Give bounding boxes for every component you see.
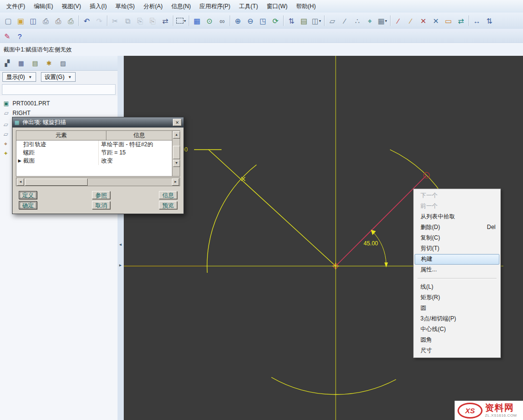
csys-icon[interactable]: ⌖ [2, 140, 9, 147]
dimension-button[interactable]: ↔ [471, 14, 483, 27]
menu-item-2[interactable]: 视图(V) [57, 1, 85, 12]
tree-columns-button[interactable]: ▦ [15, 57, 27, 69]
context-menu-item-13[interactable]: 中心线(C) [414, 324, 500, 335]
menu-item-5[interactable]: 分析(A) [139, 1, 167, 12]
context-menu-item-3[interactable]: 删除(D)Del [414, 222, 500, 233]
insert-here-icon[interactable]: ✦ [2, 150, 9, 157]
tree-filter-button[interactable]: ✱ [43, 57, 55, 69]
view-manager-caret-icon[interactable]: ▾ [319, 19, 321, 23]
tree-edit-button[interactable]: ▨ [57, 57, 69, 69]
table-vscrollbar[interactable]: ▲ ▼ [172, 131, 180, 176]
open-file-button[interactable]: ▣ [14, 14, 27, 27]
splitter-expand-icon[interactable]: ► [118, 264, 122, 267]
modify-dims-button[interactable]: ⇅ [483, 14, 496, 27]
context-menu-item-12[interactable]: 3点/相切端(P) [414, 314, 500, 324]
scroll-down-icon[interactable]: ▼ [173, 160, 180, 167]
menu-item-4[interactable]: 草绘(S) [111, 1, 139, 12]
menu-item-6[interactable]: 信息(N) [167, 1, 196, 12]
table-hscrollbar[interactable]: ◄ ► [16, 178, 180, 186]
grid-snap-button[interactable]: ▦▾ [376, 14, 389, 27]
vscroll-thumb[interactable] [173, 146, 180, 159]
zoom-in-button[interactable]: ⊕ [232, 14, 244, 27]
context-menu-item-9[interactable]: 线(L) [414, 282, 500, 293]
orient-button[interactable]: ⇅ [285, 14, 298, 27]
find-replace-button[interactable]: ⇄ [159, 14, 171, 27]
define-button[interactable]: 定义 [19, 191, 37, 199]
paste-special-button[interactable]: ⎘ [146, 14, 159, 27]
select-rect-caret-icon[interactable]: ▾ [184, 19, 186, 23]
tree-item-datum-right[interactable]: ▱RIGHT [3, 108, 118, 118]
redo-button[interactable]: ↷ [93, 14, 105, 27]
context-menu-item-5[interactable]: 剪切(T) [414, 243, 500, 254]
sketcher-mode-button[interactable]: ✎ [1, 30, 13, 42]
modify-button[interactable]: ▭ [442, 14, 455, 27]
context-menu-item-11[interactable]: 圆 [414, 303, 500, 314]
menu-item-7[interactable]: 应用程序(P) [195, 1, 235, 12]
arc-bottom[interactable] [272, 377, 396, 395]
sketch-line-button[interactable]: ∕ [392, 14, 405, 27]
scroll-right-icon[interactable]: ► [172, 178, 179, 186]
toggle-construction-button[interactable]: ⇄ [455, 14, 467, 27]
diagonal-line[interactable] [209, 150, 336, 266]
context-menu-item-6[interactable]: 构建 [415, 254, 499, 265]
cut-button[interactable]: ✂ [109, 14, 121, 27]
panel-tab-button[interactable]: ▞ [1, 57, 13, 69]
dialog-close-button[interactable]: ✕ [173, 119, 182, 126]
scroll-up-icon[interactable]: ▲ [173, 131, 180, 139]
datum-axes-button[interactable]: ∕ [339, 14, 351, 27]
context-menu-item-7[interactable]: 属性... [414, 265, 500, 275]
menu-item-9[interactable]: 窗口(W) [262, 1, 292, 12]
paste-button[interactable]: ⎘ [134, 14, 146, 27]
menu-item-10[interactable]: 帮助(H) [292, 1, 320, 12]
datum-front-icon[interactable]: ▱ [2, 131, 9, 138]
grid-snap-caret-icon[interactable]: ▾ [385, 19, 387, 23]
ok-button[interactable]: 确定 [19, 201, 37, 209]
context-menu-item-2[interactable]: 从列表中拾取 [414, 212, 500, 222]
hscroll-thumb[interactable] [25, 178, 88, 186]
arc-left[interactable] [207, 165, 257, 273]
datum-top-icon[interactable]: ▱ [2, 121, 9, 128]
refit-button[interactable]: ⟳ [269, 14, 282, 27]
element-row-2[interactable]: ▶截面改变 [16, 157, 172, 165]
view-manager-button[interactable]: ◫▾ [310, 14, 323, 27]
tree-list-button[interactable]: ▤ [29, 57, 41, 69]
menu-item-1[interactable]: 编辑(E) [29, 1, 57, 12]
angle-dimension-arc[interactable] [373, 231, 386, 264]
context-help-button[interactable]: ? [13, 30, 26, 42]
hscroll-track[interactable] [25, 178, 171, 185]
print-setup-button[interactable]: ⎙ [65, 14, 77, 27]
element-table[interactable]: 元素 信息 扫引轨迹草绘平面 - 特征#2的螺距节距 = 15▶截面改变 [16, 131, 172, 176]
select-rect-button[interactable]: ▾ [175, 14, 187, 27]
zoom-out-button[interactable]: ⊖ [244, 14, 257, 27]
tree-search-strip[interactable] [2, 84, 116, 95]
zoom-window-button[interactable]: ◳ [257, 14, 269, 27]
element-row-0[interactable]: 扫引轨迹草绘平面 - 特征#2的 [16, 140, 172, 149]
refs-button[interactable]: 参照 [92, 191, 110, 199]
menu-item-3[interactable]: 插入(I) [85, 1, 111, 12]
menu-item-0[interactable]: 文件(F) [2, 1, 29, 12]
filter-show-button[interactable]: 显示(0)▼ [2, 72, 36, 82]
construction-line-button[interactable]: ∕ [405, 14, 417, 27]
panel-splitter[interactable]: ◄ ► [118, 56, 124, 420]
context-menu-item-4[interactable]: 复制(C) [414, 233, 500, 243]
undo-button[interactable]: ↶ [80, 14, 93, 27]
new-file-button[interactable]: ▢ [2, 14, 14, 27]
layers-button[interactable]: ▤ [298, 14, 310, 27]
spectacles-button[interactable]: ∞ [216, 14, 228, 27]
angle-dimension-text[interactable]: 45.00 [364, 240, 378, 247]
cancel-button[interactable]: 取消 [92, 201, 110, 209]
element-row-1[interactable]: 螺距节距 = 15 [16, 149, 172, 157]
point-display-button[interactable]: ⊙ [203, 14, 216, 27]
copy-button[interactable]: ⧉ [121, 14, 134, 27]
print-button[interactable]: ⎙ [39, 14, 52, 27]
preview-button[interactable]: 预览 [159, 201, 177, 209]
splitter-collapse-icon[interactable]: ◄ [118, 243, 122, 247]
context-menu-item-14[interactable]: 圆角 [414, 335, 500, 345]
datum-csys-button[interactable]: ⌖ [364, 14, 376, 27]
datum-planes-button[interactable]: ▱ [326, 14, 339, 27]
context-menu-item-15[interactable]: 尺寸 [414, 345, 500, 356]
save-file-button[interactable]: ◫ [27, 14, 39, 27]
menu-item-8[interactable]: 工具(T) [235, 1, 262, 12]
dialog-titlebar[interactable]: ▦ 伸出项: 螺旋扫描 ✕ [13, 117, 183, 127]
print-preview-button[interactable]: ⎙ [52, 14, 65, 27]
